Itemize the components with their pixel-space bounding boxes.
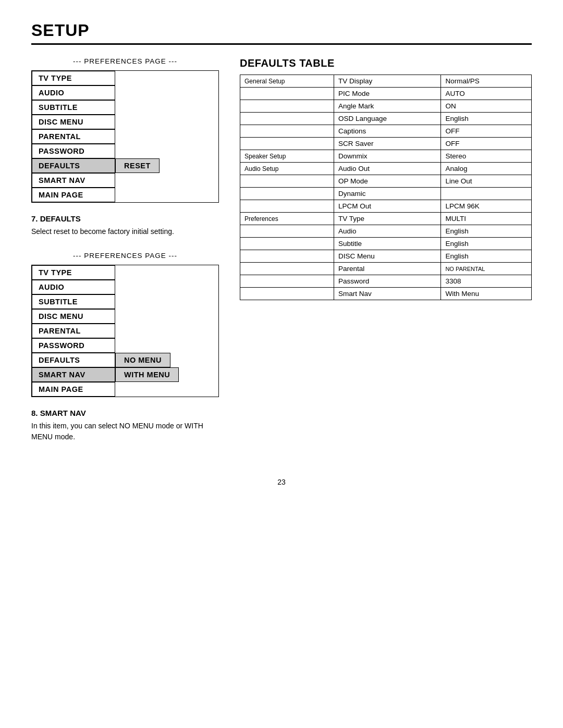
table-cell-value: Analog — [441, 163, 532, 175]
table-row: Password3308 — [240, 275, 532, 288]
table-cell-category — [240, 250, 334, 263]
table-cell-category — [240, 200, 334, 213]
table-row: Audio SetupAudio OutAnalog — [240, 163, 532, 175]
page-number: 23 — [31, 478, 532, 486]
table-cell-value: NO PARENTAL — [441, 263, 532, 275]
table-cell-setting: Password — [334, 275, 440, 288]
table-cell-setting: TV Type — [334, 213, 440, 225]
menu-row: SMART NAV — [32, 173, 218, 188]
item8-body: In this item, you can select NO MENU mod… — [31, 421, 219, 442]
table-cell-value: English — [441, 113, 532, 125]
right-column: DEFAULTS TABLE General SetupTV DisplayNo… — [240, 57, 532, 300]
item8-heading: 8. SMART NAV — [31, 409, 219, 417]
table-row: Dynamic — [240, 188, 532, 200]
menu-row: SUBTITLE — [32, 100, 218, 115]
menu-item: MAIN PAGE — [32, 382, 115, 397]
defaults-table-title: DEFAULTS TABLE — [240, 57, 532, 69]
table-cell-category — [240, 175, 334, 188]
table-cell-setting: PIC Mode — [334, 88, 440, 100]
menu-item: SUBTITLE — [32, 100, 115, 115]
menu-item: DEFAULTS — [32, 158, 115, 173]
table-cell-setting: LPCM Out — [334, 200, 440, 213]
table-cell-category: Audio Setup — [240, 163, 334, 175]
table-cell-value: English — [441, 238, 532, 250]
menu-row: SUBTITLE — [32, 294, 218, 309]
table-cell-value: LPCM 96K — [441, 200, 532, 213]
section1-menu-box: TV TYPEAUDIOSUBTITLEDISC MENUPARENTALPAS… — [31, 70, 219, 203]
menu-side-button[interactable]: NO MENU — [115, 353, 170, 367]
menu-item: PARENTAL — [32, 324, 115, 338]
menu-item: PARENTAL — [32, 129, 115, 144]
table-cell-category — [240, 263, 334, 275]
left-column: --- PREFERENCES PAGE --- TV TYPEAUDIOSUB… — [31, 57, 219, 457]
title-rule — [31, 43, 532, 45]
table-cell-value: OFF — [441, 138, 532, 150]
menu-row: PARENTAL — [32, 129, 218, 144]
table-cell-value: Normal/PS — [441, 75, 532, 88]
menu-item: TV TYPE — [32, 71, 115, 85]
menu-row: DEFAULTSRESET — [32, 158, 218, 173]
table-cell-setting: Subtitle — [334, 238, 440, 250]
menu-row: PASSWORD — [32, 338, 218, 353]
table-row: CaptionsOFF — [240, 125, 532, 138]
table-cell-category — [240, 100, 334, 113]
table-cell-category — [240, 238, 334, 250]
menu-row: TV TYPE — [32, 71, 218, 85]
table-row: SubtitleEnglish — [240, 238, 532, 250]
section2-label: --- PREFERENCES PAGE --- — [31, 252, 219, 260]
table-cell-setting: Captions — [334, 125, 440, 138]
menu-row: MAIN PAGE — [32, 382, 218, 397]
table-row: Angle MarkON — [240, 100, 532, 113]
table-cell-setting: Audio — [334, 225, 440, 238]
menu-row: TV TYPE — [32, 265, 218, 280]
table-cell-category — [240, 125, 334, 138]
table-cell-setting: DISC Menu — [334, 250, 440, 263]
table-cell-category: Preferences — [240, 213, 334, 225]
menu-row: MAIN PAGE — [32, 188, 218, 202]
table-cell-setting: SCR Saver — [334, 138, 440, 150]
table-row: PreferencesTV TypeMULTI — [240, 213, 532, 225]
menu-item: MAIN PAGE — [32, 188, 115, 202]
table-cell-value: Stereo — [441, 150, 532, 163]
table-cell-value: 3308 — [441, 275, 532, 288]
item7-body: Select reset to become factory initial s… — [31, 226, 219, 237]
menu-row: DISC MENU — [32, 309, 218, 324]
table-cell-setting: Audio Out — [334, 163, 440, 175]
table-cell-setting: Downmix — [334, 150, 440, 163]
table-cell-category — [240, 288, 334, 300]
table-cell-category — [240, 275, 334, 288]
table-cell-value: MULTI — [441, 213, 532, 225]
table-cell-setting: Angle Mark — [334, 100, 440, 113]
table-row: PIC ModeAUTO — [240, 88, 532, 100]
table-row: SCR SaverOFF — [240, 138, 532, 150]
table-cell-category — [240, 138, 334, 150]
table-cell-category — [240, 225, 334, 238]
table-row: Smart NavWith Menu — [240, 288, 532, 300]
table-cell-setting: TV Display — [334, 75, 440, 88]
table-cell-value: English — [441, 250, 532, 263]
item7-heading: 7. DEFAULTS — [31, 214, 219, 223]
table-cell-value: Line Out — [441, 175, 532, 188]
table-row: General SetupTV DisplayNormal/PS — [240, 75, 532, 88]
menu-item: DISC MENU — [32, 309, 115, 324]
table-row: Speaker SetupDownmixStereo — [240, 150, 532, 163]
table-cell-value — [441, 188, 532, 200]
table-cell-value: OFF — [441, 125, 532, 138]
page-title: SETUP — [31, 21, 532, 40]
table-row: ParentalNO PARENTAL — [240, 263, 532, 275]
menu-side-button[interactable]: WITH MENU — [115, 367, 179, 382]
menu-item: SMART NAV — [32, 173, 115, 188]
menu-item: DISC MENU — [32, 115, 115, 129]
menu-item: PASSWORD — [32, 144, 115, 158]
table-cell-category: General Setup — [240, 75, 334, 88]
table-row: LPCM OutLPCM 96K — [240, 200, 532, 213]
menu-item: SMART NAV — [32, 367, 115, 382]
menu-row: PARENTAL — [32, 324, 218, 338]
menu-side-button[interactable]: RESET — [115, 158, 160, 173]
section1-label: --- PREFERENCES PAGE --- — [31, 57, 219, 65]
table-row: OP ModeLine Out — [240, 175, 532, 188]
table-cell-value: ON — [441, 100, 532, 113]
table-cell-category: Speaker Setup — [240, 150, 334, 163]
menu-row: PASSWORD — [32, 144, 218, 158]
table-cell-setting: OP Mode — [334, 175, 440, 188]
